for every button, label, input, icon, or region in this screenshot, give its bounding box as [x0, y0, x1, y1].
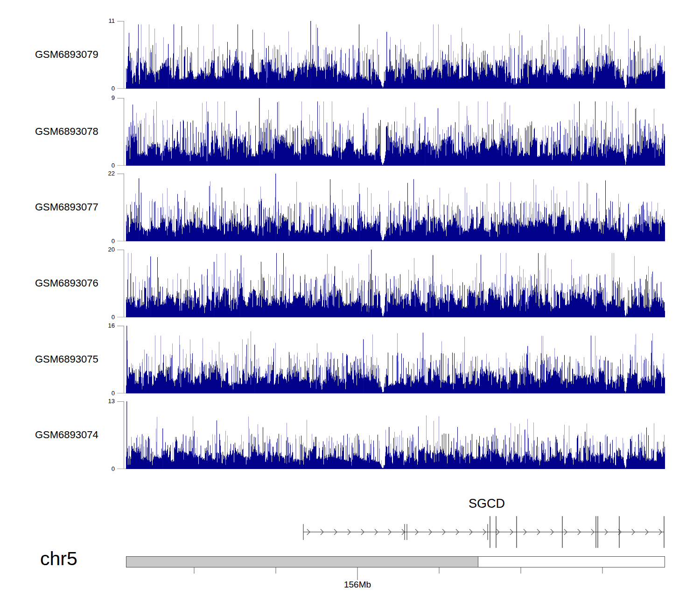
y-axis-tick [117, 250, 124, 250]
gene-model-track [126, 490, 667, 553]
y-axis-max-label: 13 [84, 398, 115, 405]
y-axis-tick [117, 401, 124, 402]
track-name-label: GSM6893077 [35, 201, 98, 214]
y-axis-max-label: 20 [84, 246, 115, 253]
coverage-track-row: GSM6893074 13 0 [0, 401, 700, 469]
y-axis-tick [117, 98, 124, 98]
chromosome-label: chr5 [40, 548, 77, 570]
y-axis-max-label: 22 [84, 170, 115, 177]
track-name-label: GSM6893074 [35, 428, 98, 441]
y-axis-line [124, 250, 124, 317]
coverage-track-row: GSM6893076 20 0 [0, 250, 700, 317]
coverage-bars-canvas [126, 174, 665, 241]
coverage-bars-canvas [126, 401, 665, 469]
coverage-bars-canvas [126, 250, 665, 317]
y-axis-zero-label: 0 [84, 314, 115, 321]
y-axis-line [124, 174, 124, 241]
y-axis-zero-label: 0 [84, 466, 115, 472]
y-axis-max-label: 11 [84, 18, 115, 24]
y-axis-tick [117, 174, 124, 174]
track-name-label: GSM6893078 [35, 125, 98, 138]
chromosome-ideogram [126, 553, 667, 582]
coverage-figure: GSM6893079 11 0 GSM6893078 9 0 GSM689307… [0, 0, 700, 616]
y-axis-max-label: 9 [84, 95, 115, 101]
y-axis-line [124, 98, 124, 166]
coverage-bars-canvas [126, 98, 665, 166]
track-name-label: GSM6893075 [35, 353, 98, 366]
y-axis-zero-label: 0 [84, 390, 115, 397]
coverage-bars-canvas [126, 326, 665, 393]
y-axis-zero-label: 0 [84, 85, 115, 92]
ideogram-highlight-region [126, 557, 478, 567]
y-axis-tick [117, 21, 124, 21]
coverage-bars-canvas [126, 21, 665, 89]
y-axis-line [124, 21, 124, 89]
coverage-track-row: GSM6893079 11 0 [0, 21, 700, 89]
coverage-track-row: GSM6893078 9 0 [0, 98, 700, 166]
coverage-track-row: GSM6893075 16 0 [0, 326, 700, 393]
track-name-label: GSM6893076 [35, 277, 98, 290]
track-name-label: GSM6893079 [35, 48, 98, 61]
y-axis-max-label: 16 [84, 322, 115, 329]
y-axis-line [124, 401, 124, 469]
y-axis-zero-label: 0 [84, 162, 115, 169]
position-tick-label: 156Mb [325, 580, 390, 590]
y-axis-zero-label: 0 [84, 238, 115, 245]
coverage-track-row: GSM6893077 22 0 [0, 174, 700, 241]
y-axis-tick [117, 326, 124, 326]
y-axis-line [124, 326, 124, 393]
